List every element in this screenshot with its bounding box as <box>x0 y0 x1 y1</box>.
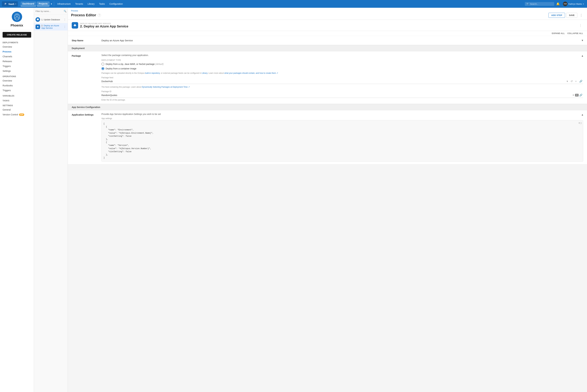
breadcrumb[interactable]: Process <box>71 10 584 12</box>
sidebar-item-op-triggers[interactable]: Triggers <box>0 88 34 93</box>
package-id-input[interactable] <box>101 94 572 96</box>
user-dropdown-icon: ▾ <box>583 3 584 5</box>
app-settings-collapse-button[interactable]: ▴ <box>582 113 583 116</box>
nav-search[interactable]: 🔍 <box>525 2 554 6</box>
project-logo <box>12 12 22 22</box>
brand-name: SaaS <box>9 2 14 5</box>
step-1-label: 1. Update Database <box>41 18 62 21</box>
create-release-button[interactable]: CREATE RELEASE <box>3 32 31 38</box>
nav-item-tenants[interactable]: Tenants <box>73 2 85 6</box>
sidebar-item-general[interactable]: General <box>0 107 34 112</box>
package-feed-value: DockerHub <box>101 80 565 83</box>
top-nav: P SaaS ▾ Dashboard Projects ▾ Infrastruc… <box>0 0 587 8</box>
package-help-text: Packages can be uploaded directly to the… <box>101 72 583 74</box>
radio-zip-label: Deploy from a zip, Java WAR, or NuGet pa… <box>106 63 164 65</box>
page-title: Process Editor <box>71 13 96 17</box>
nav-item-dashboard[interactable]: Dashboard <box>21 2 36 6</box>
step-item-1[interactable]: 1. Update Database ⋮ <box>34 16 68 23</box>
search-input[interactable] <box>530 3 552 5</box>
deployment-type-label: Deployment type <box>101 59 583 61</box>
sidebar-item-overview[interactable]: Overview <box>0 44 34 49</box>
step-name-label: Step Name <box>72 38 98 42</box>
search-icon: 🔍 <box>526 3 529 5</box>
step-2-link[interactable]: Deploy an Azure App Service <box>41 24 59 29</box>
sidebar-item-op-overview[interactable]: Overview <box>0 78 34 83</box>
main-header: Process Process Editor ? ADD STEP SAVE ⋮ <box>68 8 587 20</box>
step-detail-meta: DEPLOY AN AZURE APP SERVICE 2. Deploy an… <box>80 22 576 28</box>
brand-logo[interactable]: P SaaS ▾ <box>2 1 18 6</box>
nav-item-infrastructure[interactable]: Infrastructure <box>55 2 73 6</box>
library-link[interactable]: Library <box>202 72 208 74</box>
header-actions: ADD STEP SAVE ⋮ <box>548 12 584 18</box>
package-feed-dropdown-button[interactable]: ▾ <box>566 80 568 83</box>
save-button[interactable]: SAVE <box>566 13 577 18</box>
step-detail-more-button[interactable]: ⋮ <box>578 23 583 28</box>
azure-icon <box>37 26 39 28</box>
step-item-2[interactable]: 2. Deploy an Azure App Service ⋮ <box>34 23 68 30</box>
sidebar-item-triggers[interactable]: Triggers <box>0 64 34 68</box>
section-label-deployments: Deployments <box>0 40 34 44</box>
dynamic-packages-link[interactable]: Dynamically Selecting Packages at Deploy… <box>142 86 190 88</box>
svg-point-9 <box>37 20 39 20</box>
sidebar-item-settings[interactable]: Settings <box>0 68 34 74</box>
user-menu[interactable]: KM Kathryn Marks ▾ <box>562 1 585 7</box>
notification-bell[interactable]: 🔔 <box>555 2 561 6</box>
db-icon <box>37 18 39 21</box>
help-icon[interactable]: ? <box>98 14 101 17</box>
radio-option-container[interactable]: Deploy from a container image <box>101 67 583 70</box>
nav-item-projects[interactable]: Projects <box>37 2 50 6</box>
package-collapse-button[interactable]: ▴ <box>582 54 583 58</box>
step-name-row: Step Name ▾ <box>68 36 587 45</box>
package-id-browse-button[interactable]: ☰ <box>575 94 578 96</box>
package-feed-refresh-button[interactable]: ↺ <box>570 80 573 83</box>
step-2-more-icon[interactable]: ⋮ <box>64 25 66 28</box>
package-feed-add-button[interactable]: + <box>574 80 577 83</box>
sidebar-item-releases[interactable]: Releases <box>0 59 34 64</box>
add-step-button[interactable]: ADD STEP <box>548 13 565 18</box>
brand-dropdown-icon[interactable]: ▾ <box>15 3 16 5</box>
package-id-clear-button[interactable]: ✕ <box>572 93 575 97</box>
package-feed-select-row: DockerHub ▾ ↺ + 🔗 <box>101 80 583 84</box>
step-detail: DEPLOY AN AZURE APP SERVICE 2. Deploy an… <box>68 20 587 392</box>
nav-item-configuration[interactable]: Configuration <box>107 2 125 6</box>
sidebar-item-process[interactable]: Process <box>0 49 34 54</box>
expand-all-button[interactable]: EXPAND ALL <box>552 32 565 34</box>
step-filter-search-icon: 🔍 <box>64 10 66 12</box>
step-1-more-icon[interactable]: ⋮ <box>64 18 66 21</box>
svg-point-4 <box>16 16 18 18</box>
package-label: Package <box>72 54 98 57</box>
nav-item-tasks[interactable]: Tasks <box>97 2 107 6</box>
project-name: Phoenix <box>11 24 23 27</box>
package-id-link-button[interactable]: 🔗 <box>578 93 583 97</box>
main-content: Process Process Editor ? ADD STEP SAVE ⋮ <box>68 8 587 392</box>
default-tag: (default) <box>155 63 164 65</box>
sidebar-item-channels[interactable]: Channels <box>0 54 34 59</box>
app-settings-code[interactable]: [ { "name": "Environment", "value": "#{O… <box>104 122 581 160</box>
sidebar-item-version-control[interactable]: Version Control EAP <box>0 112 34 117</box>
section-label-operations: Operations <box>0 74 34 78</box>
project-logo-svg <box>13 13 21 21</box>
packages-help-link[interactable]: what your packages should contain, and h… <box>224 72 278 74</box>
app-settings-field-label: App settings <box>101 117 583 120</box>
brand-logo-icon: P <box>4 2 8 6</box>
package-feed-link-button[interactable]: 🔗 <box>578 80 583 83</box>
sidebar-item-runbooks[interactable]: Runbooks <box>0 83 34 88</box>
radio-option-zip[interactable]: Deploy from a zip, Java WAR, or NuGet pa… <box>101 62 583 66</box>
header-more-button[interactable]: ⋮ <box>578 12 584 18</box>
app-settings-content: Provide App Service Application Settings… <box>101 113 583 162</box>
nav-item-library[interactable]: Library <box>86 2 97 6</box>
app-service-section: App Service Configuration Application Se… <box>68 104 587 164</box>
eap-badge: EAP <box>19 114 24 116</box>
step-name-input-row: ▾ <box>101 38 583 42</box>
collapse-all-button[interactable]: COLLAPSE ALL <box>567 32 583 34</box>
built-in-repo-link[interactable]: built-in repository <box>145 72 160 74</box>
step-name-collapse-button[interactable]: ▾ <box>582 38 583 42</box>
step-detail-title: 2. Deploy an Azure App Service <box>80 24 576 28</box>
section-label-variables: Variables <box>0 93 34 98</box>
code-format-button[interactable]: #{ } <box>578 122 582 124</box>
step-name-input[interactable] <box>101 39 582 42</box>
bell-icon: 🔔 <box>556 2 560 6</box>
step-filter-input[interactable] <box>36 10 63 12</box>
nav-dropdown-projects[interactable]: ▾ <box>50 2 53 5</box>
step-2-icon <box>36 24 40 29</box>
